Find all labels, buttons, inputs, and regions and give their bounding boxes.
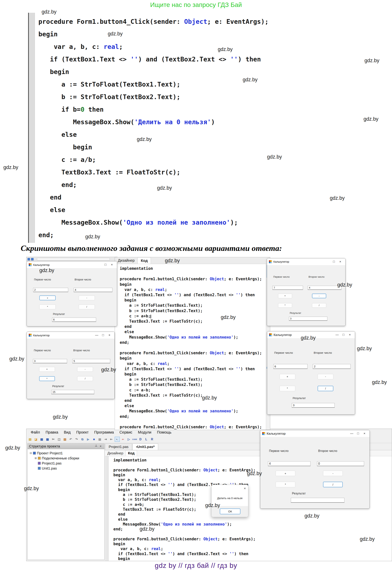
- add-button[interactable]: +: [39, 295, 56, 300]
- multiply-button[interactable]: *: [39, 376, 55, 381]
- second-number-input[interactable]: [74, 288, 113, 292]
- menu-item-файл[interactable]: Файл: [28, 430, 43, 434]
- maximize-button[interactable]: □: [100, 333, 106, 337]
- ok-button[interactable]: ОК: [220, 508, 240, 514]
- subtract-button[interactable]: -: [77, 367, 93, 372]
- divide-button[interactable]: /: [318, 386, 333, 391]
- divide-button[interactable]: /: [79, 304, 95, 309]
- run-icon[interactable]: ▶: [86, 437, 91, 442]
- subtract-button[interactable]: -: [318, 374, 333, 379]
- code-left-scrollbar[interactable]: [28, 13, 35, 243]
- close-button[interactable]: ×: [106, 333, 113, 337]
- stop-icon[interactable]: ■: [91, 437, 97, 442]
- menu-item-сервис[interactable]: Сервис: [117, 430, 135, 434]
- save-all-icon[interactable]: ▩: [45, 437, 50, 442]
- minimize-button[interactable]: —: [334, 333, 340, 337]
- multiply-button[interactable]: *: [276, 482, 295, 487]
- save-icon[interactable]: ▦: [39, 437, 44, 442]
- calculator-titlebar[interactable]: Калькулятор—□×: [260, 430, 370, 437]
- result-input[interactable]: [292, 403, 335, 408]
- multiply-button[interactable]: *: [39, 304, 56, 309]
- copy-icon[interactable]: ◫: [57, 437, 62, 442]
- menu-item-проект[interactable]: Проект: [73, 430, 91, 434]
- tab-unit1-pas[interactable]: •Unit1.pas*: [132, 444, 158, 450]
- tree-expander-icon[interactable]: ⊟: [29, 452, 32, 455]
- divide-button[interactable]: /: [77, 376, 93, 381]
- letter-r-icon[interactable]: R: [149, 437, 155, 442]
- menu-item-правка[interactable]: Правка: [43, 430, 61, 434]
- subtract-button[interactable]: -: [312, 294, 326, 298]
- tree-item-project[interactable]: ⊟Проект Project1: [28, 451, 104, 456]
- menu-item-вид[interactable]: Вид: [61, 430, 73, 434]
- close-button[interactable]: ×: [361, 432, 368, 435]
- redo-icon[interactable]: ↷: [74, 437, 79, 442]
- first-number-input[interactable]: [33, 288, 68, 292]
- close-button[interactable]: ×: [347, 333, 353, 337]
- first-number-input[interactable]: [273, 364, 308, 369]
- close-icon[interactable]: ×: [98, 445, 103, 448]
- multiply-button[interactable]: *: [278, 303, 292, 308]
- result-input[interactable]: [51, 390, 94, 394]
- calculator-titlebar[interactable]: Калькулятор□×: [27, 261, 117, 268]
- second-number-input[interactable]: [72, 359, 110, 363]
- new-file-icon[interactable]: ▤: [28, 437, 33, 442]
- first-number-input[interactable]: [33, 359, 67, 363]
- menu-item-программа[interactable]: Программа: [91, 430, 117, 434]
- paste-icon[interactable]: ▨: [62, 437, 67, 442]
- maximize-button[interactable]: □: [340, 333, 347, 337]
- ab-check-icon[interactable]: A+: [120, 437, 126, 442]
- menu-item-модули[interactable]: Модули: [135, 430, 154, 434]
- calculator-titlebar[interactable]: Калькулятор□×: [267, 258, 345, 265]
- undo-icon[interactable]: ↶: [68, 437, 73, 442]
- code-icon[interactable]: CODE: [132, 437, 137, 442]
- script-icon[interactable]: ▷: [126, 437, 131, 442]
- letter-l-icon[interactable]: L: [144, 437, 149, 442]
- tab-code[interactable]: Код: [138, 257, 151, 264]
- tree-expander-icon[interactable]: ⊞: [34, 457, 37, 460]
- maximize-button[interactable]: □: [102, 263, 109, 267]
- second-number-input[interactable]: [308, 286, 342, 290]
- minimize-button[interactable]: —: [348, 432, 355, 435]
- calculator-titlebar[interactable]: Калькулятор—□×: [27, 332, 114, 339]
- editor-code[interactable]: implementation procedure Form1.button1_C…: [120, 266, 265, 430]
- first-number-input[interactable]: [272, 286, 303, 290]
- maximize-button[interactable]: □: [355, 432, 361, 435]
- divide-button[interactable]: /: [312, 303, 326, 308]
- tab-project1-pas[interactable]: Project1.pas: [105, 444, 132, 450]
- comment-icon[interactable]: ⧉: [80, 437, 85, 442]
- tree-item-unit1-pas[interactable]: Unit1.pas: [28, 466, 104, 471]
- maximize-button[interactable]: □: [331, 260, 337, 264]
- add-button[interactable]: +: [39, 367, 55, 372]
- tab-designer[interactable]: Дизайнер: [105, 450, 126, 456]
- tab-code[interactable]: Код: [126, 450, 137, 456]
- add-button[interactable]: +: [276, 471, 295, 476]
- letter-d-icon[interactable]: D: [138, 437, 143, 442]
- pin-icon[interactable]: ┴: [94, 445, 98, 448]
- result-input[interactable]: [52, 318, 96, 322]
- close-icon[interactable]: ×: [244, 486, 246, 491]
- second-number-input[interactable]: [313, 364, 350, 369]
- multiply-button[interactable]: *: [279, 386, 295, 391]
- minimize-button[interactable]: —: [94, 333, 100, 337]
- second-number-input[interactable]: [317, 461, 364, 466]
- tree-item-assemblies[interactable]: ⊞Подключенные сборки: [28, 456, 104, 461]
- subtract-button[interactable]: -: [79, 295, 95, 300]
- tree-item-project1-pas[interactable]: Project1.pas: [28, 461, 104, 466]
- terminal-icon[interactable]: >_: [115, 437, 120, 442]
- close-button[interactable]: ×: [337, 260, 343, 264]
- divide-button[interactable]: /: [323, 482, 343, 487]
- result-input[interactable]: [291, 498, 344, 503]
- tab-designer[interactable]: Дизайнер: [115, 257, 138, 264]
- menu-item-помощь[interactable]: Помощь: [154, 430, 174, 434]
- cut-icon[interactable]: ✂: [51, 437, 56, 442]
- add-button[interactable]: +: [279, 374, 295, 379]
- subtract-button[interactable]: -: [323, 471, 343, 476]
- step-out-icon[interactable]: ⇤: [109, 437, 114, 442]
- first-number-input[interactable]: [268, 461, 310, 466]
- add-button[interactable]: +: [278, 294, 292, 298]
- step-in-icon[interactable]: ⇥: [103, 437, 108, 442]
- grid-icon[interactable]: ▦: [97, 437, 102, 442]
- close-button[interactable]: ×: [109, 263, 115, 267]
- result-input[interactable]: [289, 317, 327, 321]
- open-file-icon[interactable]: ◪: [33, 437, 38, 442]
